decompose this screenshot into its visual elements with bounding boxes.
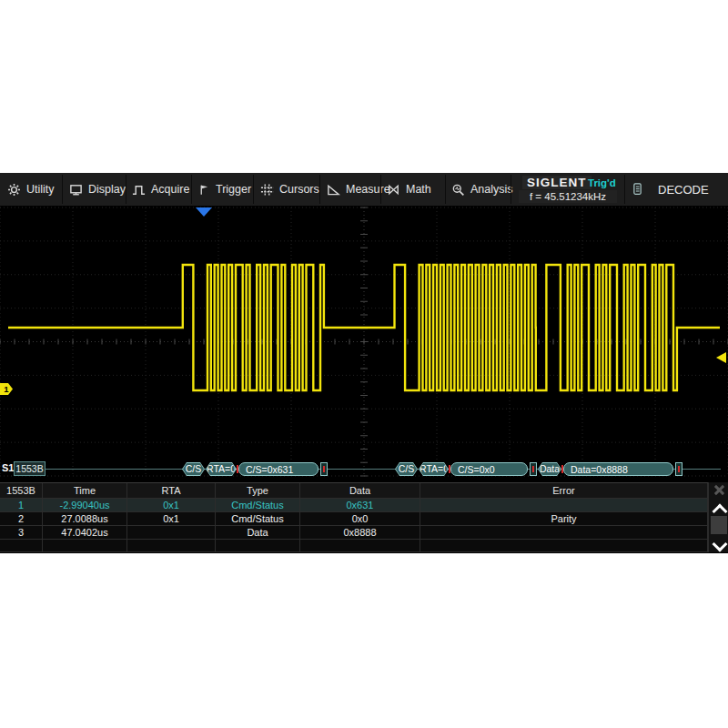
brand-logo: SIGLENT [522, 176, 592, 189]
channel1-trace [0, 206, 728, 482]
table-cell[interactable]: Cmd/Status [216, 499, 300, 512]
menu-divider [380, 175, 381, 204]
decode-bus-protocol[interactable]: 1553B [14, 461, 46, 476]
trigger-level-marker[interactable] [716, 352, 726, 363]
menu-item-label: Math [406, 183, 431, 196]
table-cell [43, 540, 127, 552]
menu-item-display[interactable]: Display [69, 173, 126, 206]
table-cell[interactable]: 3 [0, 526, 43, 540]
table-cell[interactable]: 0x8888 [300, 526, 420, 540]
table-scrollbar [708, 482, 728, 552]
scroll-thumb[interactable] [711, 516, 727, 534]
menu-divider [511, 175, 511, 204]
menu-item-analysis[interactable]: Analysis [451, 173, 513, 206]
math-icon [387, 183, 400, 197]
flag-icon [198, 183, 210, 197]
table-cell[interactable]: 0x1 [127, 512, 216, 526]
table-cell[interactable]: 0x0 [300, 512, 420, 526]
menu-divider [445, 175, 446, 204]
decode-value-bubble: C/S=0x631 [238, 462, 318, 476]
document-icon [632, 182, 643, 197]
decode-menu-button[interactable]: DECODE [632, 173, 709, 206]
decode-field-bubble: C/S [395, 462, 418, 476]
decode-field-bubble: RTA=0x [206, 462, 237, 476]
frequency-readout: f = 45.51234kHz [519, 190, 617, 203]
menu-item-label: Trigger [216, 183, 251, 196]
menu-item-math[interactable]: Math [387, 173, 431, 206]
table-header-error: Error [420, 483, 708, 499]
menu-divider [253, 175, 254, 204]
table-cell[interactable] [127, 526, 216, 540]
menu-item-label: Cursors [279, 183, 319, 196]
table-cell[interactable]: 47.0402us [43, 526, 127, 540]
menu-item-label: Acquire [151, 183, 189, 196]
menu-item-cursors[interactable]: Cursors [260, 173, 319, 206]
gear-icon [7, 183, 21, 197]
table-cell [127, 540, 216, 552]
decode-value-bubble: Data=0x8888 [563, 462, 673, 476]
close-icon[interactable] [709, 482, 728, 498]
menu-divider [624, 175, 625, 204]
oscilloscope-screen: UtilityDisplayAcquireTriggerCursorsMeasu… [0, 173, 728, 553]
table-cell[interactable]: 0x1 [127, 499, 216, 512]
table-cell[interactable]: 27.0088us [43, 512, 127, 526]
decode-parity-error-marker [320, 462, 328, 476]
menu-item-utility[interactable]: Utility [7, 173, 55, 206]
menu-item-label: Utility [26, 183, 55, 196]
table-cell[interactable] [420, 526, 708, 540]
table-header-type: Type [216, 483, 300, 499]
decode-value-bubble: C/S=0x0 [450, 462, 528, 476]
table-cell[interactable]: Cmd/Status [216, 512, 300, 526]
menu-item-label: Analysis [470, 183, 513, 196]
table-cell[interactable]: 2 [0, 512, 43, 526]
table-header-data: Data [300, 483, 420, 499]
menu-divider [62, 175, 63, 204]
table-cell [420, 540, 708, 552]
table-cell[interactable]: 0x631 [300, 499, 420, 512]
cursors-icon [260, 183, 274, 197]
table-cell [216, 540, 300, 552]
menu-item-label: Measure [346, 183, 390, 196]
menu-bar: UtilityDisplayAcquireTriggerCursorsMeasu… [0, 173, 728, 206]
menu-item-label: Display [88, 183, 126, 196]
table-cell[interactable]: 1 [0, 499, 43, 512]
acquire-icon [132, 183, 146, 197]
table-cell [0, 540, 43, 552]
decode-bus-source: S1 [2, 462, 14, 473]
trigger-status: Trig'd [588, 177, 616, 188]
menu-item-trigger[interactable]: Trigger [198, 173, 251, 206]
table-cell[interactable]: Parity [420, 512, 708, 526]
decode-parity-error-marker [530, 462, 537, 476]
menu-divider [319, 175, 320, 204]
analysis-icon [451, 183, 465, 197]
menu-divider [126, 175, 126, 204]
table-cell[interactable]: -2.99040us [43, 499, 127, 512]
table-header-time: Time [43, 483, 127, 499]
waveform-display: 1 S1 1553B C/SRTA=0xC/S=0x631C/SRTA=0xC/… [0, 206, 728, 482]
menu-divider [191, 175, 192, 204]
decode-parity-error-marker [675, 462, 682, 476]
status-panel: SIGLENT Trig'd f = 45.51234kHz [515, 174, 622, 205]
table-header-1553b: 1553B [0, 483, 43, 499]
measure-icon [327, 183, 340, 197]
decode-field-bubble: Data [538, 462, 561, 476]
decode-field-bubble: RTA=0x [419, 462, 449, 476]
decode-label: DECODE [658, 183, 709, 197]
table-cell[interactable] [420, 499, 708, 512]
decode-result-table: 1553BTimeRTATypeDataError1-2.99040us0x1C… [0, 482, 708, 552]
display-icon [69, 183, 83, 197]
trigger-position-marker[interactable] [196, 207, 212, 217]
table-header-rta: RTA [127, 483, 216, 499]
scroll-down-icon[interactable] [713, 537, 728, 552]
decode-field-bubble: C/S [182, 462, 205, 476]
menu-item-acquire[interactable]: Acquire [132, 173, 189, 206]
table-cell[interactable]: Data [216, 526, 300, 540]
table-cell [300, 540, 420, 552]
